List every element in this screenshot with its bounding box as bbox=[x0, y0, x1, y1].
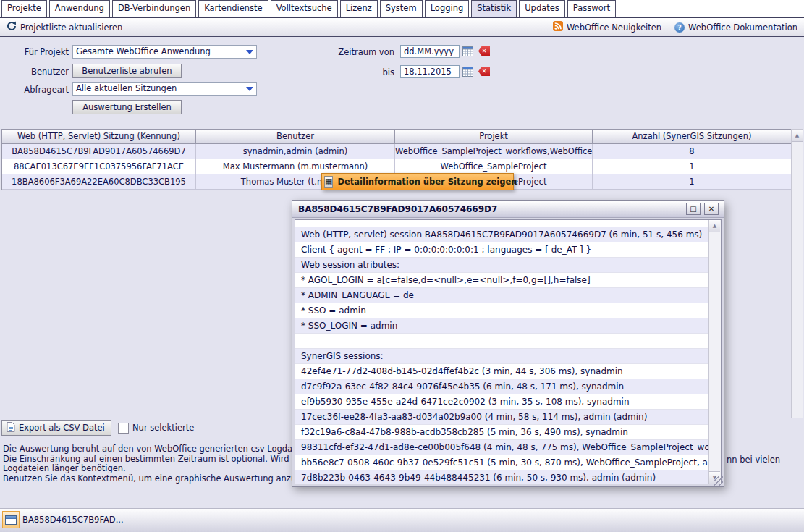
scroll-up-icon[interactable]: ▲ bbox=[792, 130, 803, 142]
calendar-icon[interactable] bbox=[462, 46, 473, 59]
table-header: Web (HTTP, Servlet) Sitzung (Kennung)Ben… bbox=[2, 130, 791, 144]
taskbar: BA858D4615C7B9FAD... bbox=[0, 508, 804, 532]
table-cell: 1 bbox=[593, 159, 791, 174]
docs-label: WebOffice Dokumentation bbox=[688, 22, 797, 33]
calendar-icon[interactable] bbox=[462, 66, 473, 80]
window-icon bbox=[2, 511, 20, 528]
dialog-title: BA858D4615C7B9FAD9017A60574669D7 bbox=[298, 201, 497, 217]
dialog-title-bar[interactable]: BA858D4615C7B9FAD9017A60574669D7 □ ✕ bbox=[292, 201, 724, 218]
session-detail-line: * AGOL_LOGIN = a[c=false,d=<null>,e=<nul… bbox=[295, 273, 708, 288]
weboffice-admin-window: ProjekteAnwendungDB-VerbindungenKartendi… bbox=[0, 0, 804, 532]
chevron-down-icon bbox=[246, 50, 253, 54]
column-header[interactable]: Projekt bbox=[395, 130, 593, 143]
resize-grip[interactable] bbox=[714, 476, 723, 486]
session-detail-line: * SSO = admin bbox=[295, 303, 708, 318]
tab-logging[interactable]: Logging bbox=[425, 0, 470, 17]
tab-updates[interactable]: Updates bbox=[519, 0, 565, 17]
csv-file-icon bbox=[7, 422, 15, 434]
session-detail-line: 42ef4e71-77d2-408d-b145-02d4ffef4b2c (3 … bbox=[295, 364, 708, 379]
refresh-icon bbox=[7, 21, 17, 33]
tab-db-verbindungen[interactable]: DB-Verbindungen bbox=[112, 0, 196, 17]
tab-lizenz[interactable]: Lizenz bbox=[340, 0, 378, 17]
querytype-select-value: Alle aktuellen Sitzungen bbox=[76, 83, 177, 95]
session-detail-line: 7d8b223b-0463-4643-9b49-44b488445231 (6 … bbox=[295, 470, 708, 484]
column-header[interactable]: Web (HTTP, Servlet) Sitzung (Kennung) bbox=[2, 130, 196, 143]
tab-statistik[interactable]: Statistik bbox=[471, 0, 517, 17]
query-form: Für Projekt Gesamte WebOffice Anwendung … bbox=[0, 37, 804, 129]
session-detail-line: ef9b5930-935e-455e-a24d-6471ce2c0902 (3 … bbox=[295, 394, 708, 410]
refresh-label: Projektliste aktualisieren bbox=[20, 22, 122, 33]
session-detail-line: d7c9f92a-63ec-4f82-84c4-9076f45e4b35 (6 … bbox=[295, 379, 708, 394]
tab-volltextsuche[interactable]: Volltextsuche bbox=[271, 0, 338, 17]
date-to-input[interactable] bbox=[400, 65, 460, 78]
clear-date-icon[interactable]: ✕ bbox=[478, 46, 490, 56]
date-from-input[interactable] bbox=[400, 45, 460, 58]
toolbar-right: WebOffice Neuigkeiten ? WebOffice Dokume… bbox=[546, 21, 804, 33]
tab-kartendienste[interactable]: Kartendienste bbox=[198, 0, 268, 17]
fetch-userlist-button[interactable]: Benutzerliste abrufen bbox=[72, 64, 182, 78]
table-cell: 8 bbox=[593, 144, 791, 159]
tab-projekte[interactable]: Projekte bbox=[1, 0, 47, 17]
session-detail-list: Web (HTTP, servlet) session BA858D4615C7… bbox=[295, 220, 708, 484]
info-line: Die Einschränkung auf einen bestimmten Z… bbox=[3, 455, 292, 465]
session-detail-line: * ADMIN_LANGUAGE = de bbox=[295, 288, 708, 303]
info-text-fragment: nn bei vielen bbox=[727, 455, 780, 465]
tab-passwort[interactable]: Passwort bbox=[567, 0, 616, 17]
table-cell: synadmin,admin (admin) bbox=[196, 144, 395, 159]
session-detail-line: bb56e8c7-0508-460c-9b37-0e529fc51c51 (5 … bbox=[295, 455, 708, 470]
maximize-button[interactable]: □ bbox=[686, 203, 701, 215]
info-line: Die Auswertung beruht auf den von WebOff… bbox=[3, 444, 292, 455]
docs-link[interactable]: ? WebOffice Dokumentation bbox=[668, 22, 804, 33]
session-detail-line: 17cec36f-ee28-4fa3-aa83-d034a02b9a00 (4 … bbox=[295, 410, 708, 425]
session-detail-line: * SSO_LOGIN = admin bbox=[295, 318, 708, 334]
table-cell: 1 bbox=[593, 174, 791, 189]
close-button[interactable]: ✕ bbox=[704, 203, 719, 215]
tab-anwendung[interactable]: Anwendung bbox=[49, 0, 110, 17]
table-cell: Max Mustermann (m.mustermann) bbox=[196, 159, 395, 174]
project-label: Für Projekt bbox=[0, 47, 69, 57]
tab-system[interactable]: System bbox=[380, 0, 423, 17]
export-csv-label: Export als CSV Datei bbox=[19, 423, 105, 433]
only-selected-checkbox[interactable] bbox=[118, 423, 129, 434]
news-label: WebOffice Neuigkeiten bbox=[567, 22, 661, 33]
toolbar: Projektliste aktualisieren WebOffice Neu… bbox=[0, 18, 804, 37]
session-detail-line: Web session atributes: bbox=[295, 258, 708, 273]
export-csv-button[interactable]: Export als CSV Datei bbox=[1, 420, 111, 436]
session-detail-line: f32c19a6-c8a4-47b8-988b-acdb358cb285 (5 … bbox=[295, 425, 708, 440]
info-line: Benutzen Sie das Kontextmenü, um eine gr… bbox=[3, 474, 292, 484]
querytype-select[interactable]: Alle aktuellen Sitzungen bbox=[72, 82, 257, 96]
table-cell: WebOffice_SampleProject bbox=[395, 159, 593, 174]
dialog-body: Web (HTTP, servlet) session BA858D4615C7… bbox=[295, 219, 722, 484]
create-report-button[interactable]: Auswertung Erstellen bbox=[72, 100, 182, 114]
help-icon: ? bbox=[674, 22, 685, 33]
session-detail-line: Web (HTTP, servlet) session BA858D4615C7… bbox=[295, 227, 708, 242]
table-row[interactable]: 88CAE013C67E9EF1C0375956FAF71ACEMax Must… bbox=[2, 159, 791, 174]
querytype-label: Abfrageart bbox=[0, 85, 69, 95]
news-link[interactable]: WebOffice Neuigkeiten bbox=[546, 21, 668, 33]
project-select[interactable]: Gesamte WebOffice Anwendung bbox=[72, 45, 257, 59]
date-from-label: Zeitraum von bbox=[311, 47, 394, 57]
taskbar-item-session-dialog[interactable]: BA858D4615C7B9FAD... bbox=[2, 511, 124, 528]
clear-date-icon[interactable]: ✕ bbox=[478, 67, 490, 76]
session-detail-dialog: BA858D4615C7B9FAD9017A60574669D7 □ ✕ Web… bbox=[292, 200, 724, 487]
chevron-down-icon bbox=[246, 87, 253, 91]
dialog-scrollbar[interactable]: ▲ ▼ bbox=[708, 220, 721, 484]
table-cell: 88CAE013C67E9EF1C0375956FAF71ACE bbox=[2, 159, 196, 174]
column-header[interactable]: Benutzer bbox=[196, 130, 395, 143]
detail-grid-icon: ▦ bbox=[324, 176, 333, 188]
rss-icon bbox=[553, 21, 563, 33]
tab-bar: ProjekteAnwendungDB-VerbindungenKartendi… bbox=[0, 0, 804, 18]
context-menu-item-session-detail[interactable]: ▦ Detailinformation über Sitzung zeigen bbox=[321, 173, 514, 190]
date-to-label: bis bbox=[311, 67, 394, 77]
scroll-up-icon[interactable]: ▲ bbox=[709, 220, 720, 232]
only-selected-label: Nur selektierte bbox=[132, 423, 194, 433]
table-cell: WebOffice_SampleProject_workflows,WebOff… bbox=[395, 144, 593, 159]
table-cell: BA858D4615C7B9FAD9017A60574669D7 bbox=[2, 144, 196, 159]
refresh-projects-button[interactable]: Projektliste aktualisieren bbox=[0, 21, 129, 33]
session-detail-line: Client { agent = FF ; IP = 0:0:0:0:0:0:0… bbox=[295, 242, 708, 258]
context-menu-label: Detailinformation über Sitzung zeigen bbox=[337, 177, 517, 187]
user-label: Benutzer bbox=[0, 67, 69, 77]
table-scrollbar[interactable]: ▲ bbox=[791, 129, 803, 418]
column-header[interactable]: Anzahl (SynerGIS Sitzungen) bbox=[593, 130, 791, 143]
table-row[interactable]: BA858D4615C7B9FAD9017A60574669D7synadmin… bbox=[2, 144, 791, 159]
